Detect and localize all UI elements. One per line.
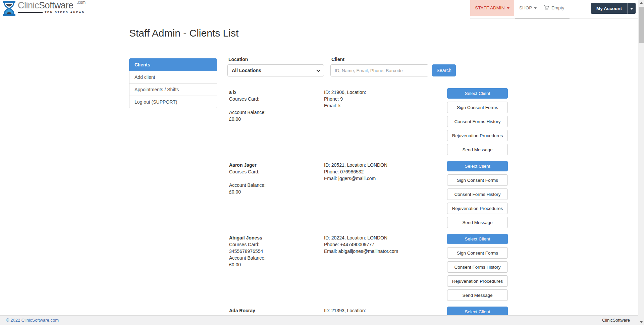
account-balance-value: £0.00	[229, 116, 320, 122]
sidebar: Clients Add client Appointments / Shifts…	[129, 58, 217, 108]
sign-consent-forms-button[interactable]: Sign Consent Forms	[447, 102, 508, 113]
select-client-button[interactable]: Select Client	[447, 88, 508, 99]
select-client-button[interactable]: Select Client	[447, 234, 508, 244]
courses-card-value	[229, 175, 320, 182]
sign-consent-forms-button[interactable]: Sign Consent Forms	[447, 174, 508, 186]
nav-staff-admin[interactable]: STAFF ADMIN	[470, 0, 514, 16]
client-row: Abigail Joness Courses Card: 34556789765…	[0, 234, 638, 307]
courses-card-label: Courses Card:	[229, 241, 320, 248]
client-email: Email: jggers@maill.com	[324, 175, 451, 182]
hourglass-icon	[2, 1, 16, 17]
client-row: Aaron Jager Courses Card: Account Balanc…	[0, 161, 638, 234]
caret-down-icon[interactable]	[628, 3, 636, 14]
client-actions: Select Client Sign Consent Forms Consent…	[447, 88, 508, 158]
logo-tagline: TEN STEPS AHEAD	[18, 11, 85, 14]
client-actions: Select Client Sign Consent Forms Consent…	[447, 161, 508, 231]
nav-shop[interactable]: SHOP	[519, 0, 537, 16]
client-id-location: ID: 21393, Location:	[324, 307, 451, 314]
sidebar-item-add-client[interactable]: Add client	[129, 71, 217, 84]
consent-forms-history-button[interactable]: Consent Forms History	[447, 116, 508, 127]
clinicsoftware-logo[interactable]: ClinicSoftware .com TEN STEPS AHEAD	[2, 0, 85, 17]
search-button[interactable]: Search	[432, 64, 456, 76]
account-balance-label: Account Balance:	[229, 109, 320, 116]
footer-copyright-link[interactable]: © 2022 ClinicSoftware.com	[6, 318, 59, 323]
cart-icon	[543, 5, 551, 11]
location-label: Location	[228, 57, 248, 62]
scrollbar-down-icon[interactable]	[638, 319, 644, 325]
my-account-button[interactable]: My Account	[591, 3, 636, 14]
vertical-scrollbar[interactable]	[638, 0, 644, 325]
client-phone: Phone: +447490009777	[324, 241, 451, 248]
caret-down-icon	[534, 7, 537, 9]
courses-card-value: 3455678976554	[229, 248, 320, 255]
sidebar-item-clients[interactable]: Clients	[129, 58, 217, 71]
send-message-button[interactable]: Send Message	[447, 144, 508, 155]
select-client-button[interactable]: Select Client	[447, 161, 508, 171]
client-email: Email: abigailjones@mailinator.com	[324, 248, 451, 255]
location-select-wrap: All Locations	[227, 64, 324, 76]
scrollbar-up-icon[interactable]	[638, 0, 644, 6]
client-label: Client	[331, 57, 344, 62]
client-id-location: ID: 21906, Location:	[324, 89, 451, 96]
consent-forms-history-button[interactable]: Consent Forms History	[447, 188, 508, 200]
client-name: Aaron Jager	[229, 162, 320, 168]
footer-brand-text: ClinicSoftware	[602, 318, 630, 323]
nav-cart[interactable]: Empty	[543, 0, 564, 16]
client-name: a b	[229, 89, 320, 96]
sign-consent-forms-button[interactable]: Sign Consent Forms	[447, 247, 508, 259]
send-message-button[interactable]: Send Message	[447, 217, 508, 228]
sidebar-item-logout[interactable]: Log out (SUPPORT)	[129, 96, 217, 108]
client-name: Ada Rocray	[229, 307, 320, 314]
caret-down-icon	[507, 7, 509, 9]
account-balance-label: Account Balance:	[229, 255, 320, 261]
subnav-underline	[515, 18, 570, 19]
client-phone: Phone: 9	[324, 96, 451, 102]
sidebar-item-appointments-shifts[interactable]: Appointments / Shifts	[129, 84, 217, 96]
footer: © 2022 ClinicSoftware.com ClinicSoftware	[0, 315, 638, 325]
brand-software: Software	[39, 0, 73, 10]
scrollbar-thumb[interactable]	[639, 7, 644, 43]
send-message-button[interactable]: Send Message	[447, 289, 508, 301]
client-row: a b Courses Card: Account Balance: £0.00…	[0, 88, 638, 161]
client-id-location: ID: 20521, Location: LONDON	[324, 162, 451, 168]
client-details: ID: 20224, Location: LONDON Phone: +4474…	[324, 234, 451, 255]
client-summary: a b Courses Card: Account Balance: £0.00	[229, 89, 320, 122]
account-balance-value: £0.00	[229, 261, 320, 268]
rejuvenation-procedures-button[interactable]: Rejuvenation Procedures	[447, 203, 508, 214]
client-actions: Select Client Sign Consent Forms Consent…	[447, 234, 508, 304]
client-email: Email: k	[324, 102, 451, 109]
client-summary: Abigail Joness Courses Card: 34556789765…	[229, 234, 320, 268]
courses-card-label: Courses Card:	[229, 168, 320, 175]
header: ClinicSoftware .com TEN STEPS AHEAD STAF…	[0, 0, 638, 16]
staff-admin-clients-page: a b Courses Card: Account Balance: £0.00…	[0, 0, 644, 325]
page-title: Staff Admin - Clients List	[129, 28, 238, 39]
brand-tld: .com	[77, 0, 86, 5]
courses-card-label: Courses Card:	[229, 96, 320, 102]
courses-card-value	[229, 102, 320, 109]
client-details: ID: 20521, Location: LONDON Phone: 07698…	[324, 162, 451, 182]
title-divider	[129, 48, 510, 48]
client-details: ID: 21906, Location: Phone: 9 Email: k	[324, 89, 451, 109]
subnav-strip	[470, 16, 638, 19]
client-phone: Phone: 076986532	[324, 168, 451, 175]
rejuvenation-procedures-button[interactable]: Rejuvenation Procedures	[447, 130, 508, 141]
brand-clinic: Clinic	[18, 0, 39, 10]
logo-wordmark: ClinicSoftware .com TEN STEPS AHEAD	[18, 0, 85, 14]
account-balance-value: £0.00	[229, 188, 320, 195]
account-balance-label: Account Balance:	[229, 182, 320, 188]
client-list: a b Courses Card: Account Balance: £0.00…	[0, 0, 638, 325]
rejuvenation-procedures-button[interactable]: Rejuvenation Procedures	[447, 275, 508, 287]
client-search-input[interactable]	[330, 64, 428, 76]
client-name: Abigail Joness	[229, 234, 320, 241]
consent-forms-history-button[interactable]: Consent Forms History	[447, 261, 508, 273]
location-select[interactable]: All Locations	[227, 64, 324, 76]
tagline-rule	[18, 12, 43, 13]
client-id-location: ID: 20224, Location: LONDON	[324, 234, 451, 241]
client-summary: Aaron Jager Courses Card: Account Balanc…	[229, 162, 320, 195]
